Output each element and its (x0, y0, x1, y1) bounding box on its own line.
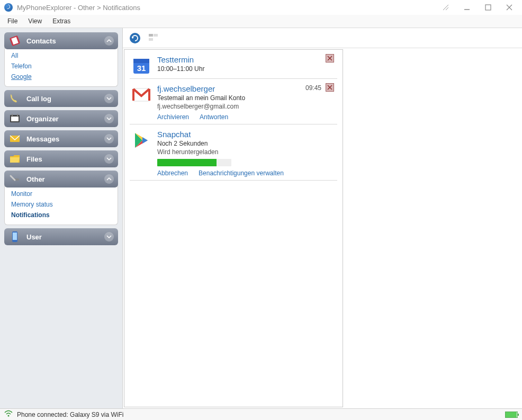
menu-view[interactable]: View (23, 16, 47, 26)
sidebar-cat-messages: Messages (4, 130, 118, 147)
resize-handle-icon[interactable] (435, 2, 456, 13)
chevron-up-icon (104, 174, 114, 184)
sidebar-item-notifications[interactable]: Notifications (11, 210, 111, 220)
notification-list: 31 Testtermin 10:00–11:00 Uhr fj.wechsel… (124, 49, 343, 407)
chevron-down-icon (104, 134, 114, 144)
sidebar-header-contacts[interactable]: Contacts (4, 32, 118, 49)
notification-subtitle2: Wird heruntergeladen (157, 148, 335, 156)
sidebar-cat-files: Files (4, 150, 118, 167)
sidebar-item-all[interactable]: All (11, 50, 111, 61)
notification-title: Snapchat (157, 130, 335, 139)
svg-rect-11 (13, 233, 17, 240)
chevron-down-icon (104, 94, 114, 103)
chevron-down-icon (104, 232, 114, 242)
action-manage-notifications[interactable]: Benachrichtigungen verwalten (199, 169, 284, 177)
sidebar-label-messages: Messages (26, 135, 59, 143)
notification-subtitle2: fj.wechselberger@gmail.com (157, 103, 335, 110)
notification-gmail: fj.wechselberger Testemail an mein Gmail… (130, 79, 337, 124)
sidebar-item-google[interactable]: Google (11, 72, 111, 82)
chevron-up-icon (104, 36, 114, 46)
notification-subtitle: 10:00–11:00 Uhr (157, 65, 335, 73)
notification-title: Testtermin (157, 55, 335, 64)
svg-text:31: 31 (137, 64, 146, 73)
sidebar-cat-contacts: Contacts All Telefon Google (4, 32, 118, 87)
sidebar-body-contacts: All Telefon Google (4, 47, 118, 87)
notification-play: Snapchat Noch 2 Sekunden Wird herunterge… (130, 124, 337, 181)
notification-subtitle: Testemail an mein Gmail Konto (157, 94, 335, 102)
svg-rect-14 (154, 34, 158, 37)
sidebar-item-telefon[interactable]: Telefon (11, 61, 111, 72)
app-icon (4, 3, 13, 12)
svg-rect-13 (149, 34, 153, 37)
gmail-icon (132, 85, 151, 104)
action-archive[interactable]: Archivieren (157, 113, 189, 121)
sidebar-label-other: Other (26, 175, 45, 183)
menubar: File View Extras (0, 15, 522, 28)
svg-rect-5 (11, 117, 19, 121)
sidebar-header-other[interactable]: Other (4, 171, 118, 187)
chevron-down-icon (104, 114, 114, 123)
sidebar-label-contacts: Contacts (26, 37, 56, 45)
user-icon (8, 230, 21, 243)
sidebar: Contacts All Telefon Google Call log (0, 28, 123, 408)
sidebar-header-files[interactable]: Files (4, 150, 118, 167)
sidebar-label-files: Files (26, 155, 42, 163)
titlebar: MyPhoneExplorer - Other > Notifications (0, 0, 522, 15)
play-store-icon (132, 131, 151, 150)
files-icon (8, 153, 21, 165)
sidebar-label-organizer: Organizer (26, 115, 59, 123)
action-reply[interactable]: Antworten (200, 113, 228, 121)
toolbar (123, 28, 522, 48)
other-icon (8, 173, 21, 185)
sidebar-header-messages[interactable]: Messages (4, 130, 118, 147)
status-text: Phone connected: Galaxy S9 via WiFi (17, 411, 123, 418)
svg-point-20 (8, 415, 10, 417)
sidebar-item-monitor[interactable]: Monitor (11, 189, 111, 199)
svg-point-12 (130, 33, 140, 43)
close-button[interactable] (499, 2, 520, 13)
window-title: MyPhoneExplorer - Other > Notifications (17, 4, 140, 12)
wifi-icon (4, 410, 13, 419)
dismiss-button[interactable] (326, 54, 334, 62)
sidebar-cat-other: Other Monitor Memory status Notification… (4, 171, 118, 225)
sidebar-cat-calllog: Call log (4, 90, 118, 107)
action-cancel[interactable]: Abbrechen (157, 169, 188, 177)
statusbar: Phone connected: Galaxy S9 via WiFi (0, 408, 522, 420)
sidebar-label-user: User (26, 233, 42, 241)
sidebar-header-calllog[interactable]: Call log (4, 90, 118, 107)
calendar-icon: 31 (132, 56, 151, 75)
refresh-button[interactable] (128, 31, 142, 45)
download-progress (157, 159, 231, 166)
minimize-button[interactable] (456, 2, 478, 13)
menu-extras[interactable]: Extras (47, 16, 76, 26)
organizer-icon (8, 112, 21, 125)
sidebar-cat-organizer: Organizer (4, 110, 118, 127)
menu-file[interactable]: File (2, 16, 23, 26)
sidebar-cat-user: User (4, 228, 118, 245)
notification-subtitle: Noch 2 Sekunden (157, 140, 335, 147)
sidebar-body-other: Monitor Memory status Notifications (4, 185, 118, 225)
calllog-icon (8, 92, 21, 105)
battery-icon (505, 412, 518, 418)
notification-calendar: 31 Testtermin 10:00–11:00 Uhr (130, 50, 337, 79)
sidebar-item-memory-status[interactable]: Memory status (11, 199, 111, 210)
messages-icon (8, 132, 21, 145)
chevron-down-icon (104, 154, 114, 164)
svg-rect-17 (133, 59, 149, 63)
content-area: 31 Testtermin 10:00–11:00 Uhr fj.wechsel… (123, 28, 522, 408)
svg-rect-1 (485, 5, 491, 10)
sidebar-header-user[interactable]: User (4, 228, 118, 245)
sidebar-header-organizer[interactable]: Organizer (4, 110, 118, 127)
svg-rect-15 (149, 38, 153, 41)
clear-button[interactable] (147, 31, 161, 45)
dismiss-button[interactable] (326, 83, 334, 92)
maximize-button[interactable] (478, 2, 499, 13)
sidebar-label-calllog: Call log (26, 95, 51, 103)
contacts-icon (8, 34, 21, 47)
notification-time: 09:45 (305, 84, 321, 92)
